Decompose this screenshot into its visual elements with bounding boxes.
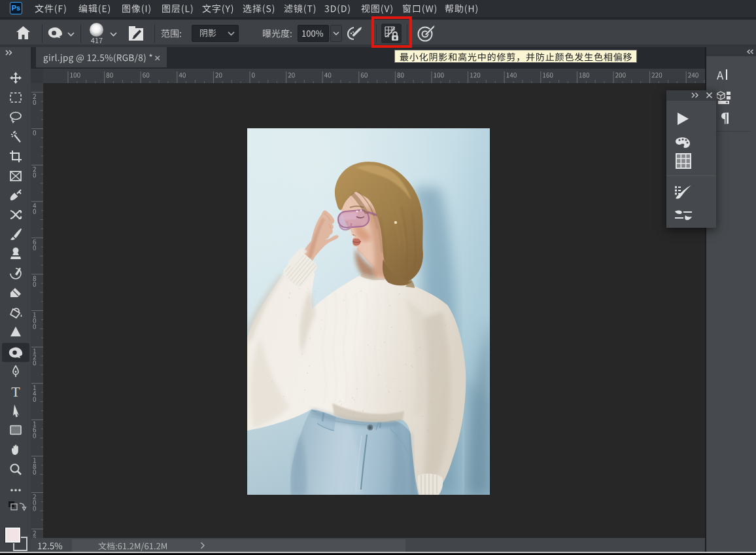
svg-text:T: T xyxy=(11,384,20,400)
